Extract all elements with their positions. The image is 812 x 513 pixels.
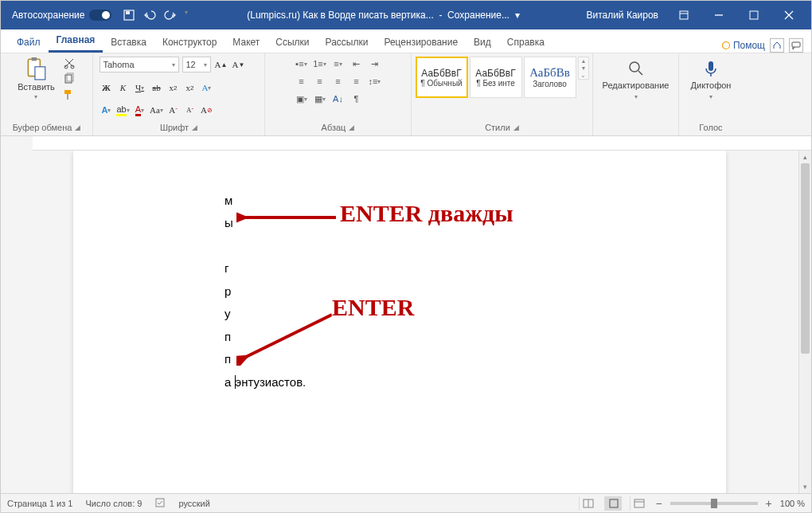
grow-font-button[interactable]: Aˆ bbox=[166, 103, 181, 117]
justify-button[interactable]: ≡ bbox=[349, 74, 365, 88]
zoom-slider[interactable] bbox=[670, 502, 758, 505]
save-icon[interactable] bbox=[123, 9, 135, 22]
sort-button[interactable]: A↓ bbox=[330, 92, 346, 106]
italic-button[interactable]: К bbox=[116, 80, 131, 95]
tab-file[interactable]: Файл bbox=[9, 32, 49, 53]
subscript-button[interactable]: x2 bbox=[166, 80, 181, 95]
clipboard-group-title: Буфер обмена bbox=[13, 123, 72, 132]
word-count[interactable]: Число слов: 9 bbox=[85, 499, 142, 508]
close-button[interactable] bbox=[771, 1, 806, 29]
arrow-enter-twice bbox=[236, 210, 340, 225]
clipboard-launcher[interactable]: ◢ bbox=[75, 123, 80, 131]
change-case-button[interactable]: Aa ▾ bbox=[150, 103, 164, 117]
undo-icon[interactable] bbox=[143, 9, 156, 22]
tab-help[interactable]: Справка bbox=[499, 32, 552, 53]
maximize-button[interactable] bbox=[736, 1, 771, 29]
paste-label[interactable]: Вставить bbox=[18, 82, 55, 92]
comments-button[interactable] bbox=[789, 38, 803, 53]
user-name[interactable]: Виталий Каиров bbox=[578, 10, 666, 21]
autosave-toggle[interactable] bbox=[89, 10, 111, 21]
increase-indent-button[interactable]: ⇥ bbox=[367, 57, 383, 71]
bullets-button[interactable]: ▪≡▾ bbox=[294, 57, 310, 71]
vertical-scrollbar[interactable]: ▴▾ bbox=[798, 151, 811, 493]
editing-label[interactable]: Редактирование bbox=[603, 80, 670, 90]
tab-layout[interactable]: Макет bbox=[224, 32, 267, 53]
svg-rect-8 bbox=[32, 57, 37, 61]
tell-me[interactable]: Помощ bbox=[721, 40, 765, 51]
svg-rect-16 bbox=[709, 61, 713, 71]
font-launcher[interactable]: ◢ bbox=[192, 123, 197, 131]
spell-check-icon[interactable] bbox=[154, 497, 166, 510]
svg-rect-1 bbox=[126, 11, 130, 14]
text-effects-button[interactable]: A ▾ bbox=[200, 80, 214, 95]
redo-icon[interactable] bbox=[164, 9, 177, 22]
svg-point-15 bbox=[630, 62, 639, 72]
voice-group-title: Голос bbox=[699, 123, 722, 132]
align-center-button[interactable]: ≡ bbox=[312, 74, 328, 88]
zoom-in-button[interactable]: + bbox=[766, 497, 772, 510]
decrease-font-icon[interactable]: A▼ bbox=[232, 57, 246, 72]
dictate-icon[interactable] bbox=[702, 60, 720, 77]
language-indicator[interactable]: русский bbox=[178, 499, 209, 508]
paragraph-launcher[interactable]: ◢ bbox=[349, 123, 354, 131]
increase-font-icon[interactable]: A▲ bbox=[214, 57, 228, 72]
numbering-button[interactable]: 1≡▾ bbox=[312, 57, 328, 71]
tab-references[interactable]: Ссылки bbox=[267, 32, 317, 53]
shading-button[interactable]: ▣▾ bbox=[294, 92, 310, 106]
zoom-level[interactable]: 100 % bbox=[780, 499, 805, 508]
tab-review[interactable]: Рецензирование bbox=[376, 32, 466, 53]
shrink-font-button[interactable]: Aˇ bbox=[183, 103, 197, 117]
tab-insert[interactable]: Вставка bbox=[103, 32, 154, 53]
ribbon-tabs: Файл Главная Вставка Конструктор Макет С… bbox=[1, 29, 811, 53]
page-indicator[interactable]: Страница 1 из 1 bbox=[7, 499, 72, 508]
strike-button[interactable]: ab bbox=[150, 80, 164, 95]
svg-rect-4 bbox=[750, 11, 758, 19]
multilevel-button[interactable]: ≡▾ bbox=[330, 57, 346, 71]
tab-mailings[interactable]: Рассылки bbox=[318, 32, 377, 53]
highlight-color-button[interactable]: ab ▾ bbox=[116, 103, 131, 117]
tab-design[interactable]: Конструктор bbox=[154, 32, 224, 53]
align-right-button[interactable]: ≡ bbox=[330, 74, 346, 88]
annotation-enter: ENTER bbox=[332, 294, 414, 321]
find-icon[interactable] bbox=[627, 60, 645, 77]
web-layout-button[interactable] bbox=[630, 496, 647, 511]
svg-rect-14 bbox=[64, 90, 71, 94]
decrease-indent-button[interactable]: ⇤ bbox=[349, 57, 365, 71]
tab-view[interactable]: Вид bbox=[466, 32, 499, 53]
copy-icon[interactable] bbox=[63, 72, 76, 85]
status-bar: Страница 1 из 1 Число слов: 9 русский − … bbox=[1, 493, 811, 512]
ribbon-display-options[interactable] bbox=[666, 1, 701, 29]
share-button[interactable] bbox=[770, 38, 784, 53]
tab-home[interactable]: Главная bbox=[49, 29, 103, 53]
dictate-label[interactable]: Диктофон bbox=[691, 80, 732, 90]
font-color-button[interactable]: A ▾ bbox=[133, 103, 147, 117]
paragraph-group-title: Абзац bbox=[322, 123, 346, 132]
zoom-out-button[interactable]: − bbox=[655, 497, 662, 510]
read-mode-button[interactable] bbox=[579, 496, 596, 511]
show-marks-button[interactable]: ¶ bbox=[349, 92, 365, 106]
superscript-button[interactable]: x2 bbox=[183, 80, 197, 95]
svg-line-18 bbox=[244, 315, 332, 358]
style-heading1[interactable]: АаБбВв Заголово bbox=[524, 57, 576, 98]
page[interactable]: м ы г р у п п а энтузиастов. ENTER дважд… bbox=[73, 151, 726, 493]
style-no-spacing[interactable]: АаБбВвГ ¶ Без инте bbox=[470, 57, 522, 98]
text-highlight-button[interactable]: A ▾ bbox=[100, 103, 114, 117]
cut-icon[interactable] bbox=[63, 57, 76, 69]
styles-scroll[interactable]: ▴▾⌄ bbox=[578, 57, 589, 80]
borders-button[interactable]: ▦▾ bbox=[312, 92, 328, 106]
underline-button[interactable]: Ч ▾ bbox=[133, 80, 147, 95]
arrow-enter bbox=[236, 310, 340, 366]
minimize-button[interactable] bbox=[701, 1, 736, 29]
paste-icon[interactable] bbox=[25, 57, 47, 80]
font-size-selector[interactable]: 12▾ bbox=[182, 57, 211, 72]
clear-formatting-button[interactable]: A⊘ bbox=[200, 103, 214, 117]
format-painter-icon[interactable] bbox=[63, 88, 76, 101]
horizontal-ruler[interactable] bbox=[33, 136, 811, 151]
align-left-button[interactable]: ≡ bbox=[294, 74, 310, 88]
font-name-selector[interactable]: Tahoma▾ bbox=[100, 57, 179, 72]
line-spacing-button[interactable]: ↕≡▾ bbox=[367, 74, 383, 88]
bold-button[interactable]: Ж bbox=[100, 80, 114, 95]
print-layout-button[interactable] bbox=[604, 496, 622, 511]
style-normal[interactable]: АаБбВвГ ¶ Обычный bbox=[416, 57, 468, 98]
styles-launcher[interactable]: ◢ bbox=[513, 123, 519, 131]
